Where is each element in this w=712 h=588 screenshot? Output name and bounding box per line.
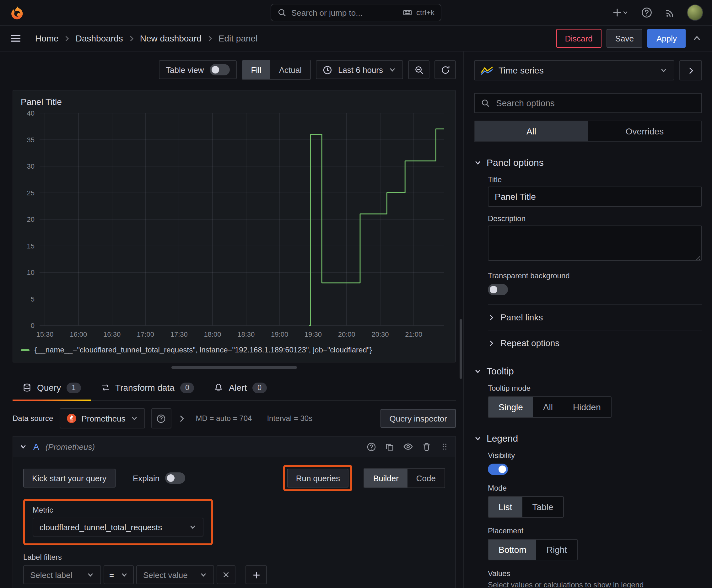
tab-query-count: 1 bbox=[67, 382, 81, 393]
fill-option[interactable]: Fill bbox=[242, 60, 270, 79]
prometheus-icon bbox=[66, 413, 76, 423]
query-header-actions bbox=[367, 442, 449, 452]
transparent-background-switch[interactable] bbox=[488, 284, 508, 295]
table-view-toggle[interactable]: Table view bbox=[159, 60, 236, 79]
datasource-row: Data source Prometheus MD bbox=[13, 408, 456, 428]
collapse-options-pane-button[interactable] bbox=[679, 60, 702, 80]
table-view-label: Table view bbox=[166, 65, 204, 75]
menu-toggle-button[interactable] bbox=[9, 31, 23, 45]
breadcrumb-home[interactable]: Home bbox=[35, 33, 59, 43]
hide-query-eye-icon[interactable] bbox=[403, 442, 413, 452]
builder-option[interactable]: Builder bbox=[365, 469, 408, 487]
select-value-dropdown[interactable]: Select value bbox=[136, 565, 214, 584]
save-button[interactable]: Save bbox=[606, 29, 643, 48]
tooltip-header[interactable]: Tooltip bbox=[474, 365, 702, 376]
help-button[interactable] bbox=[640, 6, 654, 19]
select-value-placeholder: Select value bbox=[143, 570, 188, 580]
options-tabs: All Overrides bbox=[474, 121, 702, 142]
run-queries-button[interactable]: Run queries bbox=[287, 469, 349, 487]
tab-query[interactable]: Query 1 bbox=[13, 375, 91, 400]
legend-placement-bottom[interactable]: Bottom bbox=[489, 540, 537, 560]
legend-values-label: Values bbox=[488, 569, 702, 578]
tab-transform-count: 0 bbox=[180, 382, 194, 393]
query-inspector-button[interactable]: Query inspector bbox=[381, 409, 456, 428]
zoom-out-button[interactable] bbox=[408, 60, 429, 79]
clock-icon bbox=[323, 65, 332, 75]
query-help-icon[interactable] bbox=[367, 442, 376, 451]
chevron-down-icon[interactable] bbox=[19, 443, 27, 450]
search-icon bbox=[481, 99, 490, 107]
explain-toggle: Explain bbox=[133, 472, 185, 484]
panel-links-section[interactable]: Panel links bbox=[488, 304, 702, 330]
delete-query-trash-icon[interactable] bbox=[422, 442, 431, 451]
legend-label[interactable]: {__name__="cloudflared_tunnel_total_requ… bbox=[35, 345, 372, 354]
add-filter-button[interactable] bbox=[245, 565, 267, 584]
tab-all[interactable]: All bbox=[475, 121, 588, 141]
svg-text:10: 10 bbox=[27, 269, 35, 276]
collapse-chevron-up-button[interactable] bbox=[691, 32, 703, 45]
tooltip-mode-single[interactable]: Single bbox=[489, 397, 533, 417]
explain-switch[interactable] bbox=[165, 472, 185, 484]
select-label-dropdown[interactable]: Select label bbox=[23, 565, 101, 584]
tooltip-mode-all[interactable]: All bbox=[533, 397, 563, 417]
code-option[interactable]: Code bbox=[408, 469, 445, 487]
search-options-field[interactable] bbox=[474, 93, 702, 113]
breadcrumb-new-dashboard[interactable]: New dashboard bbox=[140, 33, 201, 43]
legend-visibility-switch[interactable] bbox=[488, 464, 508, 475]
svg-text:19:00: 19:00 bbox=[271, 331, 288, 338]
datasource-help-button[interactable] bbox=[151, 408, 171, 428]
visualization-picker[interactable]: Time series bbox=[474, 60, 674, 80]
actual-option[interactable]: Actual bbox=[270, 60, 310, 79]
legend-mode-table[interactable]: Table bbox=[522, 497, 563, 517]
edit-panel-main: Table view Fill Actual Last 6 hours bbox=[0, 51, 463, 588]
legend-placement-right[interactable]: Right bbox=[537, 540, 577, 560]
search-options-input[interactable] bbox=[495, 97, 695, 109]
title-label: Title bbox=[488, 175, 702, 184]
new-button[interactable] bbox=[611, 6, 630, 19]
svg-text:18:00: 18:00 bbox=[204, 331, 221, 338]
query-header[interactable]: A (Prometheus) bbox=[13, 436, 456, 457]
time-range-picker[interactable]: Last 6 hours bbox=[316, 60, 403, 79]
kick-start-query-button[interactable]: Kick start your query bbox=[23, 469, 115, 487]
refresh-button[interactable] bbox=[434, 60, 456, 79]
svg-text:21:00: 21:00 bbox=[405, 331, 422, 338]
description-textarea[interactable] bbox=[488, 226, 702, 261]
metric-select[interactable]: cloudflared_tunnel_total_requests bbox=[33, 518, 203, 537]
transparent-background-label: Transparent background bbox=[488, 271, 702, 280]
label-filters-label: Label filters bbox=[23, 553, 445, 562]
discard-button[interactable]: Discard bbox=[556, 29, 602, 48]
datasource-picker[interactable]: Prometheus bbox=[59, 408, 145, 428]
legend-placement-group: Bottom Right bbox=[488, 539, 578, 560]
time-series-chart[interactable]: 051015202530354015:3016:0016:3017:0017:3… bbox=[21, 108, 448, 343]
visualization-name: Time series bbox=[498, 65, 544, 76]
legend-mode-group: List Table bbox=[488, 496, 564, 518]
news-icon[interactable] bbox=[664, 6, 677, 19]
tab-alert[interactable]: Alert 0 bbox=[204, 375, 277, 400]
panel-title-input[interactable] bbox=[488, 187, 702, 207]
tab-overrides[interactable]: Overrides bbox=[588, 121, 701, 141]
main-scrollbar[interactable] bbox=[459, 319, 462, 379]
breadcrumb-dashboards[interactable]: Dashboards bbox=[75, 33, 123, 43]
grafana-logo-icon[interactable] bbox=[9, 4, 25, 21]
pane-resize-handle[interactable] bbox=[171, 366, 297, 369]
table-view-switch[interactable] bbox=[209, 64, 230, 76]
legend-mode-list[interactable]: List bbox=[489, 497, 522, 517]
expand-options-chevron-icon[interactable] bbox=[178, 414, 186, 422]
tab-transform-label: Transform data bbox=[115, 383, 175, 393]
apply-button[interactable]: Apply bbox=[648, 29, 686, 48]
tooltip-mode-hidden[interactable]: Hidden bbox=[563, 397, 611, 417]
duplicate-query-icon[interactable] bbox=[385, 442, 394, 451]
operator-dropdown[interactable]: = bbox=[104, 565, 134, 584]
description-field bbox=[488, 226, 702, 262]
query-options-summary[interactable]: MD = auto = 704 Interval = 30s bbox=[196, 414, 313, 423]
repeat-options-section[interactable]: Repeat options bbox=[488, 330, 702, 356]
repeat-options-label: Repeat options bbox=[500, 338, 559, 348]
legend-header[interactable]: Legend bbox=[474, 433, 702, 443]
remove-filter-button[interactable] bbox=[217, 565, 235, 584]
drag-handle-grip-icon[interactable] bbox=[440, 442, 449, 451]
chart-canvas[interactable]: 051015202530354015:3016:0016:3017:0017:3… bbox=[21, 108, 448, 342]
tab-transform[interactable]: Transform data 0 bbox=[91, 375, 204, 400]
search-input[interactable]: Search or jump to... ctrl+k bbox=[271, 4, 441, 21]
user-avatar[interactable] bbox=[687, 4, 703, 21]
panel-options-header[interactable]: Panel options bbox=[474, 157, 702, 168]
